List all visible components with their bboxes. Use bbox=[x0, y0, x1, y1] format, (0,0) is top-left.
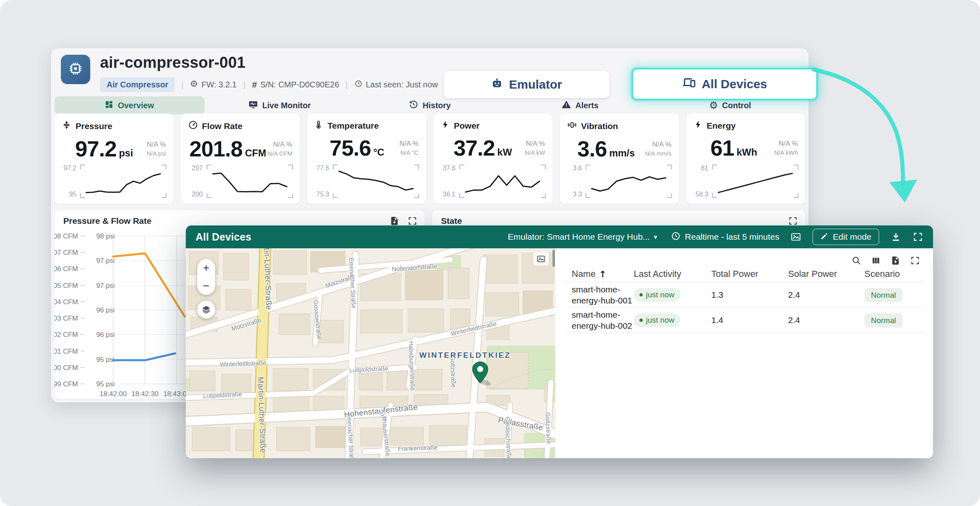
last-activity-badge: just now bbox=[634, 313, 680, 327]
table-row[interactable]: smart-home-energy-hub-002 just now 1.4 2… bbox=[566, 308, 925, 333]
metric-value: 97.2 bbox=[75, 136, 116, 161]
monitor-pulse-icon bbox=[248, 100, 258, 111]
map-scrollbar[interactable] bbox=[552, 250, 555, 267]
cell-total-power: 1.3 bbox=[711, 290, 788, 300]
last-seen-info: Last seen: Just now bbox=[354, 80, 438, 90]
layers-button[interactable] bbox=[197, 301, 215, 319]
modal-header: All Devices Emulator: Smart Home Energy … bbox=[186, 225, 933, 248]
grid-icon bbox=[105, 100, 114, 111]
time-range-selector[interactable]: Realtime - last 5 minutes bbox=[671, 231, 779, 243]
zoom-in-button[interactable]: + bbox=[197, 259, 215, 277]
emulator-button[interactable]: Emulator bbox=[444, 71, 609, 98]
device-avatar bbox=[61, 55, 90, 84]
map-image-icon[interactable] bbox=[533, 252, 549, 265]
column-header-total-power[interactable]: Total Power bbox=[711, 269, 788, 279]
svg-text:200 CFM: 200 CFM bbox=[54, 364, 78, 372]
clock-icon bbox=[671, 231, 681, 243]
svg-text:204 CFM: 204 CFM bbox=[54, 298, 78, 306]
cell-solar-power: 2.4 bbox=[788, 290, 864, 300]
metric-card-power: Power 37.2kW N/A %N/A kW 37.636.1 bbox=[434, 114, 553, 204]
svg-text:18:42:30: 18:42:30 bbox=[131, 390, 158, 398]
svg-text:208 CFM: 208 CFM bbox=[54, 232, 78, 240]
svg-text:98 psi: 98 psi bbox=[96, 232, 115, 240]
metric-sparkline bbox=[585, 164, 673, 199]
column-header-scenario[interactable]: Scenario bbox=[864, 269, 925, 279]
history-icon bbox=[409, 100, 419, 111]
export-icon[interactable] bbox=[390, 216, 399, 226]
metric-value: 3.6 bbox=[577, 136, 607, 161]
devices-icon bbox=[682, 76, 696, 93]
panel-title: Pressure & Flow Rate bbox=[63, 216, 151, 226]
fullscreen-icon[interactable] bbox=[913, 232, 923, 242]
serial-info: # S/N: CMP-D0C90E26 bbox=[252, 80, 339, 90]
device-map[interactable]: NollendorfstraßeMotzstraßeMotzstraßeWint… bbox=[186, 248, 555, 458]
svg-text:97 psi: 97 psi bbox=[96, 282, 115, 290]
column-header-last-activity[interactable]: Last Activity bbox=[634, 269, 711, 279]
chip-icon bbox=[68, 61, 83, 78]
all-devices-modal: All Devices Emulator: Smart Home Energy … bbox=[186, 225, 933, 458]
scenario-badge: Normal bbox=[864, 313, 902, 328]
modal-title: All Devices bbox=[196, 231, 252, 243]
fullscreen-icon[interactable] bbox=[408, 216, 417, 226]
export-icon[interactable] bbox=[891, 256, 900, 265]
location-pin[interactable] bbox=[472, 361, 489, 385]
tab-overview[interactable]: Overview bbox=[54, 96, 205, 114]
thermometer-icon bbox=[314, 120, 323, 131]
metric-card-vibration: Vibration 3.6mm/s N/A %N/A mm/s 3.63.3 bbox=[560, 114, 679, 204]
column-header-name[interactable]: Name ↑ bbox=[572, 269, 634, 279]
devices-table: Name ↑ Last Activity Total Power Solar P… bbox=[566, 248, 925, 458]
metric-sparkline bbox=[206, 164, 294, 199]
tab-control[interactable]: ⚙ Control bbox=[655, 96, 805, 114]
alert-triangle-icon bbox=[561, 100, 571, 111]
fullscreen-icon[interactable] bbox=[788, 216, 798, 226]
clock-icon bbox=[354, 80, 363, 90]
fullscreen-icon[interactable] bbox=[910, 256, 920, 265]
metric-value: 37.2 bbox=[454, 136, 495, 160]
svg-text:95 psi: 95 psi bbox=[96, 380, 115, 388]
svg-text:206 CFM: 206 CFM bbox=[54, 265, 78, 273]
panel-title: State bbox=[441, 216, 462, 226]
modal-body: NollendorfstraßeMotzstraßeMotzstraßeWint… bbox=[186, 248, 933, 458]
svg-text:18:42:00: 18:42:00 bbox=[100, 390, 127, 398]
metric-value: 75.6 bbox=[330, 136, 371, 160]
cell-total-power: 1.4 bbox=[711, 315, 788, 325]
sort-asc-icon: ↑ bbox=[599, 269, 606, 279]
tab-bar: Overview Live Monitor History Alerts bbox=[54, 96, 805, 114]
pencil-icon bbox=[820, 232, 829, 242]
map-canvas bbox=[186, 248, 555, 458]
cell-name: smart-home-energy-hub-001 bbox=[572, 282, 633, 308]
svg-text:96 psi: 96 psi bbox=[96, 306, 115, 314]
device-header: air-compressor-001 Air Compressor | FW: … bbox=[61, 54, 799, 97]
screenshot-image-icon[interactable] bbox=[791, 232, 801, 242]
search-icon[interactable] bbox=[851, 256, 861, 265]
all-devices-button[interactable]: All Devices bbox=[632, 68, 817, 100]
download-icon[interactable] bbox=[891, 232, 901, 242]
svg-text:95 psi: 95 psi bbox=[96, 356, 115, 363]
firmware-info: FW: 3.2.1 bbox=[190, 80, 236, 90]
tab-live-monitor[interactable]: Live Monitor bbox=[205, 96, 355, 114]
robot-icon bbox=[491, 77, 503, 92]
zoom-out-button[interactable]: − bbox=[197, 277, 215, 295]
table-toolbar bbox=[851, 256, 920, 265]
tab-history[interactable]: History bbox=[355, 96, 505, 114]
svg-text:203 CFM: 203 CFM bbox=[54, 314, 78, 322]
page-title: air-compressor-001 bbox=[100, 54, 438, 71]
columns-icon[interactable] bbox=[871, 256, 881, 265]
compress-icon bbox=[62, 120, 71, 132]
metric-value: 61 bbox=[710, 136, 734, 160]
column-header-solar-power[interactable]: Solar Power bbox=[788, 269, 864, 279]
cell-solar-power: 2.4 bbox=[788, 315, 864, 325]
status-dot bbox=[639, 293, 643, 296]
svg-text:202 CFM: 202 CFM bbox=[54, 331, 78, 339]
vibration-icon bbox=[567, 120, 577, 132]
tab-alerts[interactable]: Alerts bbox=[505, 96, 655, 114]
svg-text:96 psi: 96 psi bbox=[96, 331, 115, 339]
edit-mode-button[interactable]: Edit mode bbox=[813, 229, 879, 245]
gear-icon: ⚙ bbox=[709, 100, 718, 110]
device-type-badge: Air Compressor bbox=[100, 77, 175, 92]
svg-text:97 psi: 97 psi bbox=[96, 257, 115, 265]
metric-card-temperature: Temperature 75.6°C N/A %N/A °C 77.675.3 bbox=[307, 114, 426, 204]
emulator-selector[interactable]: Emulator: Smart Home Energy Hub... ▾ bbox=[506, 232, 660, 242]
table-header: Name ↑ Last Activity Total Power Solar P… bbox=[566, 266, 925, 282]
table-row[interactable]: smart-home-energy-hub-001 just now 1.3 2… bbox=[566, 282, 925, 308]
